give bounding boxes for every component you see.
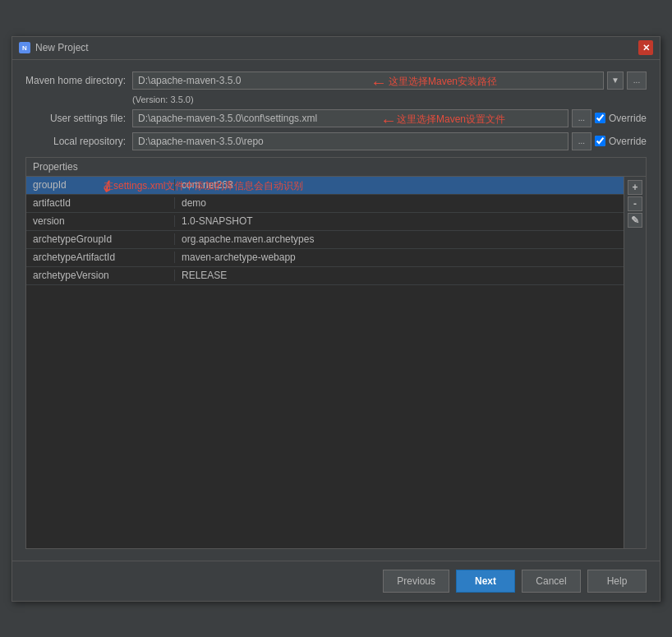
maven-home-dropdown-button[interactable]: ▼	[607, 72, 624, 90]
add-property-button[interactable]: +	[628, 180, 642, 195]
prop-value-archetypegroupid: org.apache.maven.archetypes	[174, 233, 624, 245]
prop-value-version: 1.0-SNAPSHOT	[174, 215, 624, 227]
user-settings-browse-button[interactable]: ...	[572, 109, 591, 127]
maven-home-input[interactable]	[132, 72, 604, 90]
local-repo-browse-button[interactable]: ...	[572, 132, 591, 150]
user-settings-override-checkbox[interactable]	[595, 113, 605, 123]
table-row[interactable]: version 1.0-SNAPSHOT	[26, 213, 624, 231]
table-row[interactable]: artifactId demo	[26, 195, 624, 213]
edit-property-button[interactable]: ✎	[628, 213, 642, 228]
user-settings-input[interactable]	[132, 109, 568, 127]
properties-empty-area	[26, 285, 624, 548]
prop-key-archetypeartifactid: archetypeArtifactId	[26, 252, 174, 263]
maven-home-label: Maven home directory:	[25, 75, 132, 86]
properties-body: groupId com.net263 artifactId demo versi…	[26, 177, 646, 548]
user-settings-row: User settings file: ... Override ← 这里选择M…	[25, 109, 647, 127]
local-repo-label: Local repository:	[25, 136, 132, 147]
prop-key-groupid: groupId	[26, 179, 174, 191]
version-label: (Version: 3.5.0)	[132, 95, 647, 104]
local-repo-override-checkbox[interactable]	[595, 136, 605, 146]
properties-table: groupId com.net263 artifactId demo versi…	[26, 177, 624, 548]
main-window: N New Project ✕ Maven home directory: ▼ …	[12, 36, 660, 602]
previous-button[interactable]: Previous	[383, 570, 449, 593]
table-row[interactable]: archetypeGroupId org.apache.maven.archet…	[26, 231, 624, 249]
maven-home-browse-button[interactable]: ...	[627, 72, 647, 90]
close-button[interactable]: ✕	[638, 40, 653, 55]
footer: Previous Next Cancel Help	[12, 561, 660, 601]
content-area: Maven home directory: ▼ ... ← 这里选择Maven安…	[12, 60, 660, 561]
properties-container: Properties ↙ 在settings.xml文件中添加的库信息会自动识别…	[25, 157, 647, 549]
local-repo-override-label: Override	[595, 136, 647, 147]
local-repo-input-group: ... Override	[132, 132, 647, 150]
user-settings-label: User settings file:	[25, 113, 132, 124]
user-settings-input-group: ... Override	[132, 109, 647, 127]
prop-key-artifactid: artifactId	[26, 197, 174, 209]
next-button[interactable]: Next	[456, 570, 515, 593]
table-row[interactable]: archetypeVersion RELEASE	[26, 267, 624, 285]
help-button[interactable]: Help	[587, 570, 647, 593]
prop-key-archetypeversion: archetypeVersion	[26, 270, 174, 281]
properties-actions: + - ✎	[624, 177, 646, 548]
prop-value-artifactid: demo	[174, 197, 624, 209]
maven-home-row: Maven home directory: ▼ ... ← 这里选择Maven安…	[25, 72, 647, 90]
cancel-button[interactable]: Cancel	[522, 570, 581, 593]
window-title: New Project	[35, 42, 89, 53]
table-row[interactable]: groupId com.net263	[26, 177, 624, 195]
window-icon: N	[19, 42, 30, 53]
local-repo-row: Local repository: ... Override	[25, 132, 647, 150]
properties-header: Properties	[26, 158, 646, 177]
title-bar-left: N New Project	[19, 42, 89, 53]
prop-key-version: version	[26, 215, 174, 227]
maven-home-input-group: ▼ ...	[132, 72, 647, 90]
prop-value-groupid: com.net263	[174, 179, 624, 191]
prop-key-archetypegroupid: archetypeGroupId	[26, 233, 174, 245]
remove-property-button[interactable]: -	[628, 196, 642, 211]
table-row[interactable]: archetypeArtifactId maven-archetype-weba…	[26, 249, 624, 267]
title-bar: N New Project ✕	[12, 37, 660, 60]
local-repo-input[interactable]	[132, 132, 568, 150]
prop-value-archetypeartifactid: maven-archetype-webapp	[174, 252, 624, 263]
user-settings-override-label: Override	[595, 113, 647, 124]
prop-value-archetypeversion: RELEASE	[174, 270, 624, 281]
